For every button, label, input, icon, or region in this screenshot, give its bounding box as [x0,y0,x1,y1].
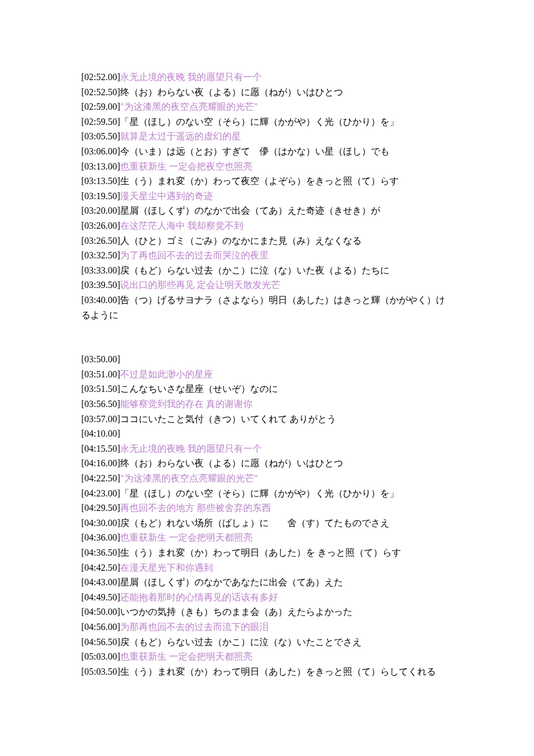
lyric-text: 「星（ほし）のない空（そら）に輝（かがや）く光（ひかり）を」 [120,488,399,498]
translation-text: 为那再也回不去的过去而流下的眼泪 [120,622,269,632]
translation-text: 漫天星尘中遇到的奇迹 [120,191,213,201]
timestamp: [05:03.00] [81,651,120,661]
timestamp: [04:10.00] [81,429,120,438]
translation-text: "为这漆黑的夜空点亮耀眼的光芒" [120,102,258,111]
timestamp: [03:40.00] [81,295,120,305]
lyric-text: こんなちいさな星座（せいぞ）なのに [120,384,278,394]
translation-text: 永无止境的夜晚 我的愿望只有一个 [120,72,262,82]
lyric-line: [04:29.50]再也回不去的地方 那些被舍弃的东西 [81,501,453,516]
lyric-line: [04:36.00]也重获新生 一定会把明天都照亮 [81,530,453,545]
timestamp: [04:22.50] [81,473,120,483]
translation-text: 也重获新生 一定会把明天都照亮 [120,532,252,542]
timestamp: [03:26.50] [81,236,120,246]
translation-text: 也重获新生 一定会把夜空也照亮 [120,161,252,171]
timestamp: [04:30.00] [81,518,120,528]
lyric-text: 戻（もど）れない场所（ばしょ）に 舍（す）てたものでさえ [120,518,389,528]
timestamp: [04:56.00] [81,622,120,632]
timestamp: [04:50.00] [81,607,120,617]
lyric-line: [04:42.50]在漫天星光下和你遇到 [81,560,453,575]
lyric-text: 人（ひと）ゴミ（ごみ）のなかにまた見（み）えなくなる [120,236,362,246]
timestamp: [04:42.50] [81,563,120,573]
translation-text: 也重获新生 一定会把明天都照亮 [120,651,252,661]
timestamp: [03:13.50] [81,176,120,186]
timestamp: [03:56.50] [81,399,120,409]
lyric-text: 终（お）わらない夜（よる）に愿（ねが）いはひとつ [120,458,343,468]
timestamp: [03:26.00] [81,221,120,231]
lyric-line: [02:59.50]「星（ほし）のない空（そら）に輝（かがや）く光（ひかり）を」 [81,114,453,129]
blank-line [81,322,453,337]
translation-text: 永无止境的夜晚 我的愿望只有一个 [120,444,262,453]
timestamp: [05:03.50] [81,667,120,676]
lyric-text: 生（う）まれ変（か）わって夜空（よぞら）をきっと照（て）らす [120,176,399,186]
lyric-text: 今（いま）は远（とお）すぎて 儚（はかな）い星（ほし）でも [120,146,389,156]
timestamp: [04:49.50] [81,592,120,602]
lyric-line: [04:50.00]いつかの気持（きも）ちのまま会（あ）えたらよかった [81,604,453,620]
timestamp: [02:52.50] [81,87,120,97]
lyric-line: [03:51.00]不过是如此渺小的星座 [81,367,453,382]
lyric-line: [05:03.50]生（う）まれ変（か）わって明日（あした）をきっと照（て）らし… [81,664,453,679]
lyric-line: [03:39.50]说出口的那些再见 定会让明天散发光芒 [81,278,453,293]
translation-text: 在这茫茫人海中 我却察觉不到 [120,221,243,231]
timestamp: [03:50.00] [81,354,120,364]
translation-text: 再也回不去的地方 那些被舍弃的东西 [120,503,271,513]
timestamp: [04:43.00] [81,577,120,587]
lyric-line: [03:32.50]为了再也回不去的过去而哭泣的夜里 [81,248,453,263]
translation-text: 不过是如此渺小的星座 [120,369,213,379]
timestamp: [02:59.50] [81,117,120,127]
timestamp: [03:33.00] [81,265,120,275]
timestamp: [03:51.00] [81,369,120,379]
lyric-line: [03:13.50]生（う）まれ変（か）わって夜空（よぞら）をきっと照（て）らす [81,174,453,189]
lyric-text: 生（う）まれ変（か）わって明日（あした）をきっと照（て）らしてくれる [120,667,436,676]
lyric-text: 「星（ほし）のない空（そら）に輝（かがや）く光（ひかり）を」 [120,117,399,127]
blank-line [81,337,453,352]
timestamp: [04:15.50] [81,444,120,453]
lyric-text: 星屑（ほしくず）のなかで出会（てあ）えた奇迹（きせき）が [120,206,380,215]
timestamp: [02:52.00] [81,72,120,82]
lyric-line: [03:57.00]ココにいたこと気付（きつ）いてくれて ありがとう [81,412,453,427]
lyric-line: [04:30.00]戻（もど）れない场所（ばしょ）に 舍（す）てたものでさえ [81,516,453,531]
lyric-line: [04:10.00] [81,426,453,441]
lyric-text: 戻（もど）らない过去（かこ）に泣（な）いた夜（よる）たちに [120,265,389,275]
lyric-line: [03:05.50]就算是太过于遥远的虚幻的星 [81,129,453,144]
timestamp: [03:51.50] [81,384,120,394]
timestamp: [02:59.00] [81,102,120,111]
timestamp: [03:13.00] [81,161,120,171]
lyric-line: [04:43.00]星屑（ほしくず）のなかであなたに出会（てあ）えた [81,575,453,590]
lyric-text: 星屑（ほしくず）のなかであなたに出会（てあ）えた [120,577,343,587]
translation-text: 在漫天星光下和你遇到 [120,563,213,573]
lyric-line: [03:51.50]こんなちいさな星座（せいぞ）なのに [81,381,453,397]
lyric-line: [04:56.50]戻（もど）らない过去（かこ）に泣（な）いたことでさえ [81,635,453,650]
lyric-text: 生（う）まれ変（か）わって明日（あした）を きっと照（て）らす [120,548,401,557]
timestamp: [03:39.50] [81,280,120,290]
lyric-line: [03:06.00]今（いま）は远（とお）すぎて 儚（はかな）い星（ほし）でも [81,144,453,159]
lyric-line: [03:33.00]戻（もど）らない过去（かこ）に泣（な）いた夜（よる）たちに [81,263,453,278]
lyric-line: [03:26.50]人（ひと）ゴミ（ごみ）のなかにまた見（み）えなくなる [81,233,453,249]
lyric-line: [03:40.00]告（つ）げるサヨナラ（さよなら）明日（あした）はきっと輝（か… [81,293,453,322]
lyric-line: [04:16.00]终（お）わらない夜（よる）に愿（ねが）いはひとつ [81,456,453,471]
lyric-line: [03:19.50]漫天星尘中遇到的奇迹 [81,189,453,204]
lyric-line: [03:26.00]在这茫茫人海中 我却察觉不到 [81,218,453,233]
lyric-line: [03:13.00]也重获新生 一定会把夜空也照亮 [81,159,453,174]
lyric-line: [04:49.50]还能抱着那时的心情再见的话该有多好 [81,590,453,605]
lyric-line: [04:15.50]永无止境的夜晚 我的愿望只有一个 [81,441,453,456]
lyric-text: 终（お）わらない夜（よる）に愿（ねが）いはひとつ [120,87,343,97]
lyric-line: [04:36.50]生（う）まれ変（か）わって明日（あした）を きっと照（て）ら… [81,545,453,560]
lyric-line: [05:03.00]也重获新生 一定会把明天都照亮 [81,649,453,664]
lyric-line: [03:50.00] [81,352,453,367]
translation-text: 还能抱着那时的心情再见的话该有多好 [120,592,278,602]
lyric-line: [02:52.50]终（お）わらない夜（よる）に愿（ねが）いはひとつ [81,85,453,100]
lyrics-block: [02:52.00]永无止境的夜晚 我的愿望只有一个[02:52.50]终（お）… [81,70,453,679]
translation-text: 说出口的那些再见 定会让明天散发光芒 [120,280,280,290]
lyric-line: [02:52.00]永无止境的夜晚 我的愿望只有一个 [81,70,453,85]
translation-text: 就算是太过于遥远的虚幻的星 [120,131,241,141]
lyric-line: [04:22.50]"为这漆黑的夜空点亮耀眼的光芒" [81,471,453,486]
timestamp: [03:32.50] [81,250,120,260]
timestamp: [04:36.00] [81,532,120,542]
lyric-text: いつかの気持（きも）ちのまま会（あ）えたらよかった [120,607,352,617]
timestamp: [04:36.50] [81,548,120,557]
timestamp: [04:23.00] [81,488,120,498]
timestamp: [03:19.50] [81,191,120,201]
translation-text: "为这漆黑的夜空点亮耀眼的光芒" [120,473,258,483]
lyric-line: [03:56.50]能够察觉到我的存在 真的谢谢你 [81,397,453,412]
timestamp: [03:20.00] [81,206,120,215]
